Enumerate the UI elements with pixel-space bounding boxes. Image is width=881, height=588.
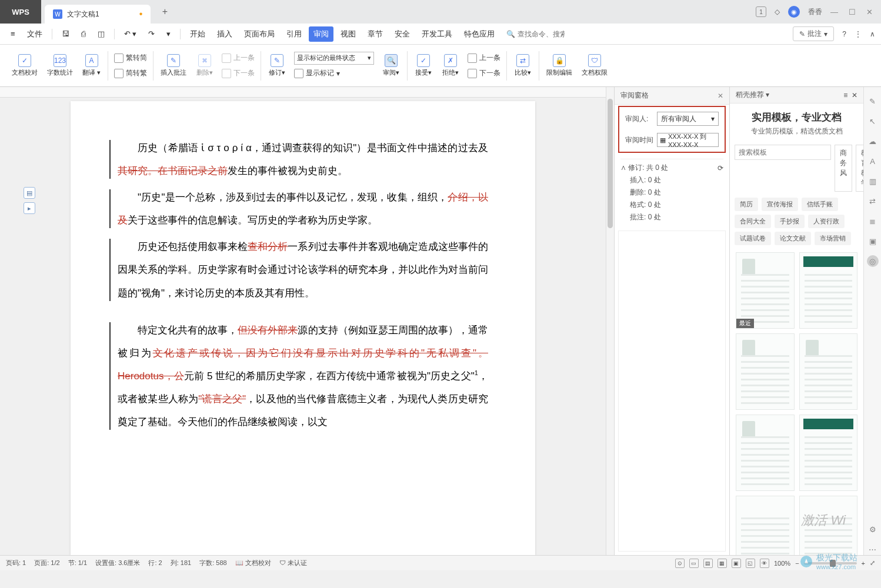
sel-display-mode[interactable]: 显示标记的最终状态▾ (294, 52, 374, 65)
float-icon-nav[interactable]: ▸ (24, 202, 35, 214)
tab-special[interactable]: 特色应用 (459, 26, 499, 42)
status-wordcount[interactable]: 字数: 588 (199, 559, 226, 567)
close-button[interactable]: ✕ (866, 8, 873, 16)
grp-translate[interactable]: A翻译 ▾ (78, 48, 105, 84)
view-eye-icon[interactable]: 👁 (760, 559, 769, 568)
review-date-range[interactable]: ▦XXX-XX-X 到 XXX-XX-X (657, 133, 719, 147)
close-review-pane[interactable]: ✕ (718, 92, 723, 100)
template-card[interactable]: 最近 (736, 252, 795, 329)
tool-more-icon[interactable]: ⋯ (867, 543, 879, 555)
view-read-icon[interactable]: ▭ (689, 559, 699, 568)
document-canvas[interactable]: ▤ ▸ 历史（希腊语 ἱ σ τ ο ρ ί α，通过调查获得的知识"）是书面文… (0, 87, 606, 555)
tool-cloud-icon[interactable]: ☁ (867, 135, 879, 147)
preview-icon[interactable]: ◫ (93, 27, 109, 41)
view-outline-icon[interactable]: ▦ (718, 559, 727, 568)
btn-prev-change[interactable]: 上一条 (468, 52, 500, 65)
tag-handwritten[interactable]: 手抄报 (775, 215, 805, 228)
redo-icon[interactable]: ↷ (144, 27, 159, 41)
template-search-input[interactable] (735, 145, 831, 160)
btn-to-traditional[interactable]: 简转繁 (114, 67, 147, 80)
status-section[interactable]: 节: 1/1 (68, 559, 87, 567)
print-icon[interactable]: ⎙ (76, 27, 91, 41)
maximize-button[interactable]: ☐ (849, 8, 856, 16)
horizontal-ruler[interactable] (0, 87, 606, 98)
fit-page-icon[interactable]: ⤢ (870, 559, 875, 567)
status-page-no[interactable]: 页码: 1 (6, 559, 26, 567)
new-tab-button[interactable]: + (156, 4, 173, 20)
tab-review[interactable]: 审阅 (309, 26, 333, 42)
tool-image-icon[interactable]: ▣ (867, 235, 879, 247)
zoom-value[interactable]: 100% (774, 560, 790, 567)
template-card[interactable] (799, 333, 858, 410)
btn-to-simplified[interactable]: 繁转简 (114, 52, 147, 65)
tag-contract[interactable]: 合同大全 (735, 215, 771, 228)
view-fullscreen-icon[interactable]: ◱ (746, 559, 755, 568)
annotate-button[interactable]: ✎ 批注 ▾ (793, 26, 834, 41)
command-search[interactable]: 🔍 (506, 30, 565, 38)
tab-insert[interactable]: 插入 (212, 26, 237, 42)
grp-track-changes[interactable]: ✎修订▾ (263, 48, 291, 84)
tool-list-icon[interactable]: ≣ (867, 215, 879, 227)
file-menu[interactable]: 文件 (22, 26, 47, 42)
user-avatar[interactable]: ◉ (788, 6, 800, 18)
document-tab[interactable]: W 文字文稿1 • (45, 5, 151, 24)
skin-icon[interactable]: ◇ (775, 8, 780, 16)
grp-restrict-edit[interactable]: 🔒限制编辑 (542, 48, 577, 84)
template-card[interactable] (799, 415, 858, 491)
tag-exam[interactable]: 试题试卷 (735, 232, 771, 245)
close-template-panel[interactable]: ✕ (852, 91, 857, 99)
tab-chapter[interactable]: 章节 (363, 26, 388, 42)
btn-show-markup[interactable]: 显示标记 ▾ (294, 67, 374, 80)
template-card[interactable] (736, 333, 795, 410)
view-page-icon[interactable]: ▤ (703, 559, 713, 568)
tab-layout[interactable]: 页面布局 (239, 26, 279, 42)
panel-settings-icon[interactable]: ≡ (843, 91, 847, 99)
tool-chart-icon[interactable]: ▥ (867, 175, 879, 187)
grp-proofing[interactable]: ✓文档校对 (7, 48, 42, 84)
grp-delete-comment[interactable]: ✖删除▾ (191, 48, 218, 84)
tag-marketing[interactable]: 市场营销 (815, 232, 851, 245)
help-icon[interactable]: ? (842, 30, 846, 38)
tag-resume[interactable]: 简历 (735, 198, 758, 211)
grp-reviewing-pane[interactable]: 🔍审阅▾ (378, 48, 405, 84)
tab-reference[interactable]: 引用 (282, 26, 306, 42)
tab-devtools[interactable]: 开发工具 (417, 26, 457, 42)
view-focus-icon[interactable]: ⊙ (675, 559, 685, 568)
tab-security[interactable]: 安全 (390, 26, 415, 42)
tab-start[interactable]: 开始 (185, 26, 210, 42)
document-page[interactable]: 历史（希腊语 ἱ σ τ ο ρ ί α，通过调查获得的知识"）是书面文件中描述… (71, 101, 535, 555)
template-card[interactable] (799, 252, 858, 329)
zoom-in-button[interactable]: + (862, 560, 865, 567)
status-auth[interactable]: 🛡 未认证 (279, 559, 307, 567)
tool-link-icon[interactable]: ⇄ (867, 195, 879, 207)
float-icon-doc[interactable]: ▤ (24, 187, 35, 199)
btn-prev-comment[interactable]: 上一条 (222, 52, 255, 65)
ribbon-options-icon[interactable]: ⋮ (855, 30, 862, 38)
minimize-button[interactable]: — (830, 8, 838, 16)
search-input[interactable] (518, 30, 565, 38)
undo-icon[interactable]: ↶ ▾ (119, 27, 142, 41)
grp-permissions[interactable]: 🛡文档权限 (577, 48, 612, 84)
notification-badge[interactable]: 1 (756, 6, 766, 17)
tool-pencil-icon[interactable]: ✎ (867, 95, 879, 107)
btn-next-comment[interactable]: 下一条 (222, 67, 255, 80)
tag-letter[interactable]: 信纸手账 (802, 198, 838, 211)
save-icon[interactable]: 🖫 (57, 27, 74, 41)
grp-wordcount[interactable]: 123字数统计 (42, 48, 78, 84)
vertical-scrollbar[interactable] (606, 87, 614, 555)
tag-hr[interactable]: 人资行政 (808, 215, 845, 228)
tag-poster[interactable]: 宣传海报 (762, 198, 798, 211)
tag-thesis[interactable]: 论文文献 (775, 232, 811, 245)
grp-compare[interactable]: ⇄比较▾ (509, 48, 536, 84)
scrollbar-thumb[interactable] (608, 99, 613, 228)
tool-settings-icon[interactable]: ⚙ (867, 523, 879, 535)
reviewer-select[interactable]: 所有审阅人▾ (657, 112, 719, 126)
collapse-ribbon-icon[interactable]: ∧ (870, 30, 875, 38)
template-card[interactable] (736, 496, 795, 555)
status-page[interactable]: 页面: 1/2 (34, 559, 59, 567)
template-card[interactable] (736, 415, 795, 491)
tool-cursor-icon[interactable]: ↖ (867, 115, 879, 127)
wps-logo[interactable]: WPS (0, 0, 41, 24)
refresh-icon[interactable]: ⟳ (718, 164, 723, 172)
more-qat[interactable]: ▾ (162, 27, 175, 41)
